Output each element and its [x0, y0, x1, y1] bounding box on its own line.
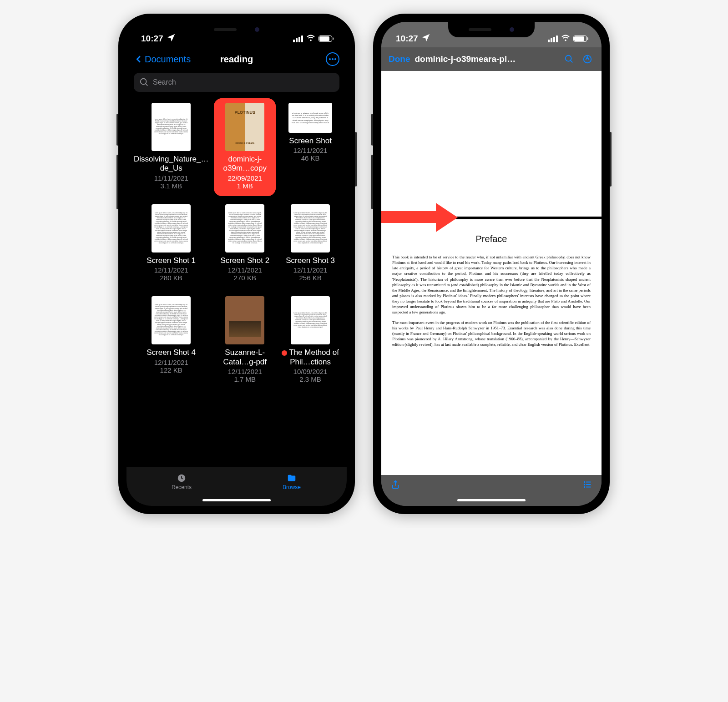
preface-para-2: The most important event in the progress… [392, 320, 591, 348]
wifi-icon [306, 33, 316, 45]
viewer-body[interactable]: Preface This book is intended to be of s… [381, 71, 602, 475]
phone-frame-left: 10:27 Documents reading [118, 14, 355, 514]
search-input[interactable]: Search [134, 73, 339, 92]
file-thumb-book: PLOTINUSDOMINIC J. O'MEARA [225, 103, 264, 151]
file-name: Screen Shot [289, 136, 332, 146]
signal-icon [293, 35, 303, 42]
page-title: reading [220, 54, 253, 65]
battery-icon [318, 35, 332, 42]
file-date: 12/11/2021 [228, 266, 262, 274]
svg-point-5 [584, 484, 585, 485]
svg-point-2 [566, 56, 571, 61]
file-thumb-text: Lorem ipsum dolor sit amet, consectetur … [152, 296, 191, 344]
file-item[interactable]: Lorem ipsum dolor sit amet, consectetur … [132, 98, 210, 196]
file-name: The Method of Phil…ctions [281, 348, 339, 367]
navbar: Documents reading [126, 47, 347, 71]
file-item[interactable]: PLOTINUSDOMINIC J. O'MEARA dominic-j-o39… [214, 98, 276, 196]
file-item[interactable]: Lorem ipsum dolor sit amet, consectetur … [279, 200, 341, 288]
signal-icon [548, 35, 558, 42]
file-thumb-doc: Lorem ipsum dolor sit amet, consectetur … [152, 103, 191, 151]
done-button[interactable]: Done [389, 54, 410, 64]
status-dot-icon [282, 350, 287, 356]
search-button[interactable] [562, 54, 576, 64]
file-item[interactable]: Lorem ipsum dolor sit amet, consectetur … [132, 200, 210, 288]
preface-para-1: This book is intended to be of service t… [392, 254, 591, 315]
file-date: 12/11/2021 [293, 266, 328, 274]
file-item[interactable]: at science or physics, in a broad sense … [279, 98, 341, 196]
tab-browse-label: Browse [283, 484, 301, 490]
file-size: 270 KB [234, 274, 256, 282]
svg-point-6 [584, 487, 585, 488]
share-button[interactable] [390, 480, 400, 491]
file-name: Screen Shot 4 [147, 348, 196, 357]
clock-icon [177, 473, 187, 483]
svg-point-4 [584, 482, 585, 483]
tab-recents-label: Recents [172, 484, 192, 490]
notch [193, 22, 280, 37]
search-placeholder: Search [153, 78, 176, 86]
file-item[interactable]: Merleau-Ponty Suzanne-L-Catal…g-pdf 12/1… [214, 292, 276, 389]
file-date: 12/11/2021 [228, 368, 262, 375]
file-size: 3.1 MB [160, 182, 182, 190]
file-thumb-text: Lorem ipsum dolor sit amet, consectetur … [225, 204, 264, 253]
file-thumb-doc: Lorem ipsum dolor sit amet, consectetur … [291, 296, 330, 344]
file-thumb-text: Lorem ipsum dolor sit amet, consectetur … [291, 204, 330, 253]
location-icon [421, 33, 431, 45]
file-date: 10/09/2021 [293, 368, 328, 375]
file-item[interactable]: Lorem ipsum dolor sit amet, consectetur … [214, 200, 276, 288]
file-size: 2.3 MB [299, 375, 321, 383]
file-date: 12/11/2021 [154, 266, 188, 274]
markup-button[interactable] [581, 54, 594, 64]
file-date: 12/11/2021 [154, 359, 188, 366]
file-name: Screen Shot 2 [220, 256, 269, 265]
file-date: 12/11/2021 [293, 146, 328, 154]
back-label: Documents [145, 54, 191, 65]
file-name: dominic-j-o39m…copy [216, 155, 274, 173]
file-thumb-image: at science or physics, in a broad sense … [288, 103, 332, 133]
file-name: Screen Shot 1 [147, 256, 196, 265]
preface-heading: Preface [392, 233, 591, 245]
file-thumb-text: Lorem ipsum dolor sit amet, consectetur … [152, 204, 191, 253]
file-date: 22/09/2021 [228, 174, 262, 182]
status-time: 10:27 [396, 34, 418, 44]
tab-recents[interactable]: Recents [126, 467, 237, 496]
battery-icon [573, 35, 587, 42]
file-name: Screen Shot 3 [286, 256, 335, 265]
home-indicator[interactable] [457, 499, 526, 501]
file-size: 256 KB [299, 274, 321, 282]
wifi-icon [561, 33, 571, 45]
file-size: 46 KB [301, 154, 320, 162]
document-title: dominic-j-o39meara-pl… [415, 54, 558, 64]
annotation-arrow-icon [381, 203, 463, 230]
viewer-navbar: Done dominic-j-o39meara-pl… [381, 47, 602, 71]
phone-frame-right: 10:27 Done dominic-j-o39meara-pl… [373, 14, 610, 514]
search-icon [139, 77, 149, 87]
file-size: 280 KB [160, 274, 182, 282]
pdf-page-preface: Preface This book is intended to be of s… [381, 219, 602, 475]
file-size: 1 MB [237, 182, 253, 190]
home-indicator[interactable] [202, 499, 271, 501]
file-item[interactable]: Lorem ipsum dolor sit amet, consectetur … [279, 292, 341, 389]
files-app-screen: 10:27 Documents reading [126, 22, 347, 506]
tab-browse[interactable]: Browse [237, 467, 347, 496]
pdf-viewer-screen: 10:27 Done dominic-j-o39meara-pl… [381, 22, 602, 506]
list-button[interactable] [582, 480, 592, 491]
status-time: 10:27 [141, 34, 163, 44]
file-size: 122 KB [160, 366, 182, 374]
location-icon [166, 33, 176, 45]
file-date: 11/11/2021 [154, 174, 188, 182]
svg-point-0 [141, 79, 147, 85]
file-item[interactable]: Lorem ipsum dolor sit amet, consectetur … [132, 292, 210, 389]
file-name: Dissolving_Nature_…de_Us [134, 155, 208, 173]
file-name: Suzanne-L-Catal…g-pdf [216, 348, 274, 367]
pdf-page-blank [381, 71, 602, 217]
folder-icon [287, 473, 297, 483]
notch [448, 22, 535, 37]
more-button[interactable] [326, 52, 339, 66]
back-button[interactable]: Documents [134, 54, 191, 65]
files-grid[interactable]: Lorem ipsum dolor sit amet, consectetur … [126, 98, 347, 467]
file-size: 1.7 MB [234, 375, 256, 383]
file-thumb-book: Merleau-Ponty [225, 296, 264, 344]
